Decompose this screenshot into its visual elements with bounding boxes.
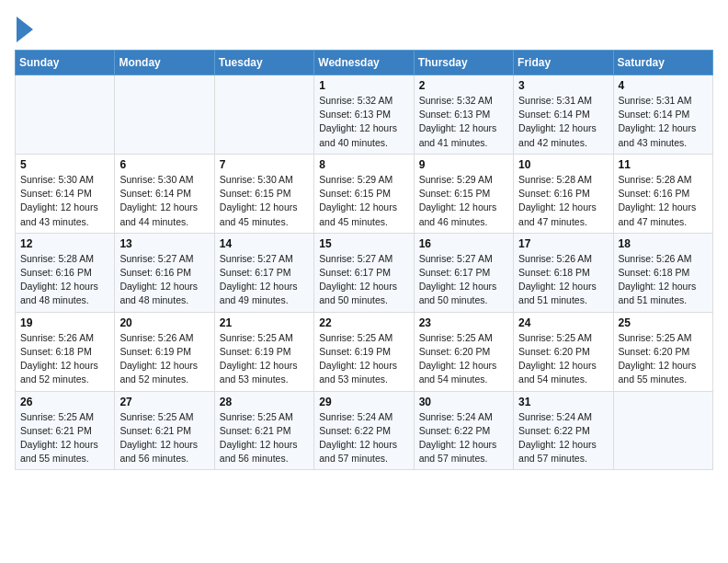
day-info: Sunrise: 5:25 AM Sunset: 6:20 PM Dayligh…	[619, 331, 708, 387]
day-number: 7	[220, 158, 309, 171]
calendar-cell: 20Sunrise: 5:26 AM Sunset: 6:19 PM Dayli…	[115, 312, 214, 391]
day-number: 19	[20, 316, 109, 329]
calendar-cell: 15Sunrise: 5:27 AM Sunset: 6:17 PM Dayli…	[314, 233, 414, 312]
day-number: 8	[319, 158, 408, 171]
calendar-cell: 29Sunrise: 5:24 AM Sunset: 6:22 PM Dayli…	[314, 391, 414, 470]
day-info: Sunrise: 5:24 AM Sunset: 6:22 PM Dayligh…	[319, 410, 408, 466]
weekday-header-wednesday: Wednesday	[314, 51, 414, 75]
calendar-cell: 7Sunrise: 5:30 AM Sunset: 6:15 PM Daylig…	[214, 154, 313, 233]
day-info: Sunrise: 5:25 AM Sunset: 6:21 PM Dayligh…	[20, 410, 109, 466]
day-number: 1	[319, 79, 408, 92]
day-number: 20	[119, 316, 209, 329]
calendar-cell	[613, 391, 712, 470]
day-number: 22	[319, 316, 408, 329]
calendar-cell: 28Sunrise: 5:25 AM Sunset: 6:21 PM Dayli…	[214, 391, 313, 470]
day-number: 12	[20, 237, 109, 250]
day-number: 15	[319, 237, 408, 250]
calendar-cell: 23Sunrise: 5:25 AM Sunset: 6:20 PM Dayli…	[414, 312, 513, 391]
calendar-week-row: 19Sunrise: 5:26 AM Sunset: 6:18 PM Dayli…	[16, 312, 713, 391]
day-info: Sunrise: 5:25 AM Sunset: 6:19 PM Dayligh…	[319, 331, 408, 387]
calendar-cell: 10Sunrise: 5:28 AM Sunset: 6:16 PM Dayli…	[514, 154, 613, 233]
calendar-cell: 22Sunrise: 5:25 AM Sunset: 6:19 PM Dayli…	[314, 312, 414, 391]
day-number: 25	[619, 316, 708, 329]
day-number: 13	[119, 237, 209, 250]
logo-arrow-icon	[17, 17, 33, 42]
day-number: 4	[619, 79, 708, 92]
calendar-week-row: 1Sunrise: 5:32 AM Sunset: 6:13 PM Daylig…	[16, 75, 713, 155]
day-number: 2	[419, 79, 508, 92]
calendar-cell: 4Sunrise: 5:31 AM Sunset: 6:14 PM Daylig…	[613, 75, 712, 155]
day-number: 17	[518, 237, 608, 250]
calendar-cell: 2Sunrise: 5:32 AM Sunset: 6:13 PM Daylig…	[414, 75, 513, 155]
day-number: 5	[20, 158, 109, 171]
day-number: 29	[319, 396, 408, 408]
calendar-week-row: 5Sunrise: 5:30 AM Sunset: 6:14 PM Daylig…	[16, 154, 713, 233]
calendar-cell: 6Sunrise: 5:30 AM Sunset: 6:14 PM Daylig…	[115, 154, 214, 233]
day-info: Sunrise: 5:31 AM Sunset: 6:14 PM Dayligh…	[619, 94, 708, 150]
page-header	[15, 15, 713, 42]
day-number: 16	[419, 237, 508, 250]
weekday-header-sunday: Sunday	[16, 51, 115, 75]
day-info: Sunrise: 5:32 AM Sunset: 6:13 PM Dayligh…	[319, 94, 408, 150]
calendar-cell: 13Sunrise: 5:27 AM Sunset: 6:16 PM Dayli…	[115, 233, 214, 312]
calendar-cell: 26Sunrise: 5:25 AM Sunset: 6:21 PM Dayli…	[16, 391, 115, 470]
day-info: Sunrise: 5:32 AM Sunset: 6:13 PM Dayligh…	[419, 94, 508, 150]
day-number: 31	[518, 396, 608, 408]
day-number: 3	[518, 79, 608, 92]
day-info: Sunrise: 5:30 AM Sunset: 6:15 PM Dayligh…	[220, 173, 309, 229]
day-info: Sunrise: 5:31 AM Sunset: 6:14 PM Dayligh…	[518, 94, 608, 150]
calendar-cell: 12Sunrise: 5:28 AM Sunset: 6:16 PM Dayli…	[16, 233, 115, 312]
calendar-cell: 8Sunrise: 5:29 AM Sunset: 6:15 PM Daylig…	[314, 154, 414, 233]
day-info: Sunrise: 5:25 AM Sunset: 6:20 PM Dayligh…	[518, 331, 608, 387]
calendar-week-row: 12Sunrise: 5:28 AM Sunset: 6:16 PM Dayli…	[16, 233, 713, 312]
day-info: Sunrise: 5:24 AM Sunset: 6:22 PM Dayligh…	[419, 410, 508, 466]
day-info: Sunrise: 5:26 AM Sunset: 6:18 PM Dayligh…	[518, 252, 608, 308]
calendar-header-row: SundayMondayTuesdayWednesdayThursdayFrid…	[16, 51, 713, 75]
day-number: 10	[518, 158, 608, 171]
calendar-cell: 3Sunrise: 5:31 AM Sunset: 6:14 PM Daylig…	[514, 75, 613, 155]
calendar-cell: 21Sunrise: 5:25 AM Sunset: 6:19 PM Dayli…	[214, 312, 313, 391]
day-number: 23	[419, 316, 508, 329]
calendar-cell	[115, 75, 214, 155]
day-number: 26	[20, 396, 109, 408]
weekday-header-friday: Friday	[514, 51, 613, 75]
day-info: Sunrise: 5:30 AM Sunset: 6:14 PM Dayligh…	[119, 173, 209, 229]
calendar-cell: 16Sunrise: 5:27 AM Sunset: 6:17 PM Dayli…	[414, 233, 513, 312]
logo	[15, 15, 33, 42]
day-number: 14	[220, 237, 309, 250]
day-info: Sunrise: 5:26 AM Sunset: 6:19 PM Dayligh…	[119, 331, 209, 387]
calendar-cell: 5Sunrise: 5:30 AM Sunset: 6:14 PM Daylig…	[16, 154, 115, 233]
calendar-cell: 17Sunrise: 5:26 AM Sunset: 6:18 PM Dayli…	[514, 233, 613, 312]
calendar-cell: 9Sunrise: 5:29 AM Sunset: 6:15 PM Daylig…	[414, 154, 513, 233]
day-info: Sunrise: 5:28 AM Sunset: 6:16 PM Dayligh…	[20, 252, 109, 308]
weekday-header-tuesday: Tuesday	[214, 51, 313, 75]
day-number: 6	[119, 158, 209, 171]
weekday-header-saturday: Saturday	[613, 51, 712, 75]
day-number: 24	[518, 316, 608, 329]
day-info: Sunrise: 5:25 AM Sunset: 6:21 PM Dayligh…	[220, 410, 309, 466]
calendar-table: SundayMondayTuesdayWednesdayThursdayFrid…	[15, 50, 713, 470]
day-info: Sunrise: 5:30 AM Sunset: 6:14 PM Dayligh…	[20, 173, 109, 229]
day-number: 27	[119, 396, 209, 408]
day-info: Sunrise: 5:25 AM Sunset: 6:20 PM Dayligh…	[419, 331, 508, 387]
calendar-cell	[214, 75, 313, 155]
day-info: Sunrise: 5:29 AM Sunset: 6:15 PM Dayligh…	[319, 173, 408, 229]
day-info: Sunrise: 5:25 AM Sunset: 6:21 PM Dayligh…	[119, 410, 209, 466]
calendar-week-row: 26Sunrise: 5:25 AM Sunset: 6:21 PM Dayli…	[16, 391, 713, 470]
day-number: 21	[220, 316, 309, 329]
calendar-cell: 27Sunrise: 5:25 AM Sunset: 6:21 PM Dayli…	[115, 391, 214, 470]
weekday-header-thursday: Thursday	[414, 51, 513, 75]
day-info: Sunrise: 5:27 AM Sunset: 6:17 PM Dayligh…	[220, 252, 309, 308]
calendar-cell: 24Sunrise: 5:25 AM Sunset: 6:20 PM Dayli…	[514, 312, 613, 391]
day-number: 11	[619, 158, 708, 171]
day-info: Sunrise: 5:29 AM Sunset: 6:15 PM Dayligh…	[419, 173, 508, 229]
calendar-cell: 18Sunrise: 5:26 AM Sunset: 6:18 PM Dayli…	[613, 233, 712, 312]
calendar-cell: 25Sunrise: 5:25 AM Sunset: 6:20 PM Dayli…	[613, 312, 712, 391]
calendar-cell: 1Sunrise: 5:32 AM Sunset: 6:13 PM Daylig…	[314, 75, 414, 155]
day-info: Sunrise: 5:28 AM Sunset: 6:16 PM Dayligh…	[518, 173, 608, 229]
day-info: Sunrise: 5:26 AM Sunset: 6:18 PM Dayligh…	[20, 331, 109, 387]
day-info: Sunrise: 5:28 AM Sunset: 6:16 PM Dayligh…	[619, 173, 708, 229]
day-info: Sunrise: 5:25 AM Sunset: 6:19 PM Dayligh…	[220, 331, 309, 387]
day-info: Sunrise: 5:27 AM Sunset: 6:17 PM Dayligh…	[319, 252, 408, 308]
day-number: 30	[419, 396, 508, 408]
